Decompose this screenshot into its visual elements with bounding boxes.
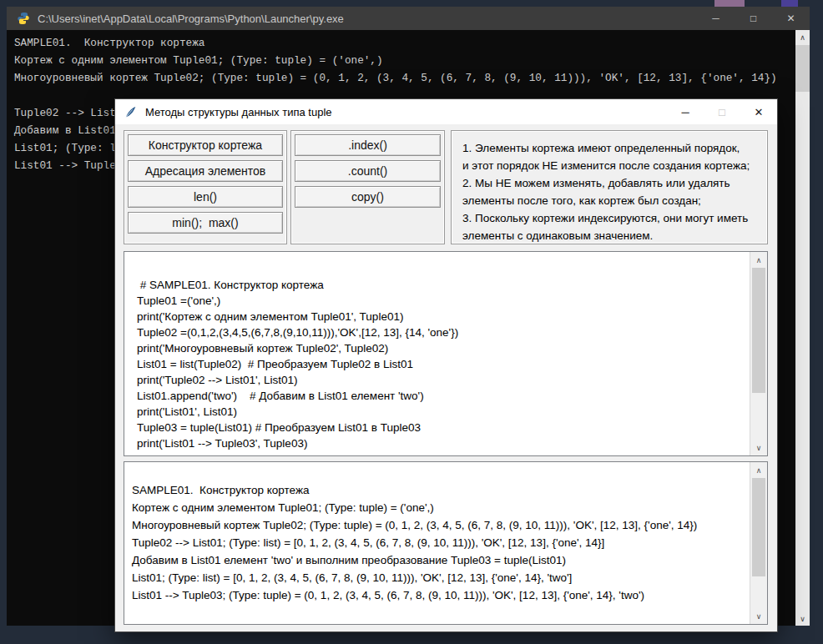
console-scrollbar-thumb[interactable]: [795, 45, 810, 92]
scroll-down-icon[interactable]: ∨: [750, 609, 767, 623]
output-line: SAMPLE01. Конструктор кортежа: [132, 481, 750, 499]
len-button[interactable]: len(): [128, 186, 283, 208]
info-line: элементы с одинаковым значением.: [462, 227, 760, 244]
scroll-up-icon[interactable]: ∧: [750, 463, 767, 477]
dialog-minimize-button[interactable]: ─: [667, 99, 704, 124]
wallpaper-fragment: [781, 0, 798, 7]
output-text-area[interactable]: SAMPLE01. Конструктор кортежаКортеж с од…: [124, 462, 750, 624]
scroll-down-icon[interactable]: ∨: [795, 611, 810, 626]
output-scrollbar-thumb[interactable]: [752, 478, 765, 576]
scroll-up-icon[interactable]: ∧: [750, 253, 767, 267]
count-method-button[interactable]: .count(): [295, 160, 441, 182]
output-line: Кортеж с одним элементом Tuple01; (Type:…: [132, 499, 750, 516]
code-line: List01 = list(Tuple02) # Преобразуем Tup…: [137, 356, 750, 372]
console-scrollbar[interactable]: ∧ ∨: [795, 30, 810, 626]
dialog-window-controls: ─ □ ✕: [667, 99, 777, 124]
code-panel: # SAMPLE01. Конструктор кортежаTuple01 =…: [124, 251, 768, 456]
python-launcher-icon: [17, 12, 30, 25]
dialog-maximize-button[interactable]: □: [704, 99, 740, 124]
dialog-titlebar[interactable]: Методы структуры данных типа tuple ─ □ ✕: [115, 99, 777, 124]
method-buttons-group-left: Конструктор кортежа Адресация элементов …: [124, 130, 287, 244]
output-line: List01 --> Tuple03; (Type: tuple) = (0, …: [132, 586, 750, 604]
scroll-up-icon[interactable]: ∧: [795, 30, 810, 44]
info-line: 1. Элементы кортежа имеют определенный п…: [462, 139, 760, 157]
tuple-constructor-button[interactable]: Конструктор кортежа: [128, 134, 283, 156]
code-line: List01.append('two') # Добавим в List01 …: [137, 388, 750, 404]
code-line: Tuple01 =('one',): [137, 293, 750, 309]
info-line: 3. Поскольку кортежи индексируются, они …: [462, 209, 760, 227]
console-line: Кортеж с одним элементом Tuple01; (Type:…: [14, 52, 795, 69]
tuple-methods-window: Методы структуры данных типа tuple ─ □ ✕…: [114, 98, 778, 632]
code-text-area[interactable]: # SAMPLE01. Конструктор кортежаTuple01 =…: [124, 252, 750, 455]
code-line: print('Многоуровневый кортеж Tuple02', T…: [137, 340, 750, 356]
method-buttons-group-right: .index() .count() copy(): [290, 130, 445, 244]
dialog-close-button[interactable]: ✕: [740, 99, 777, 124]
console-line: Многоуровневый кортеж Tuple02; (Type: tu…: [14, 69, 795, 87]
dialog-body: Конструктор кортежа Адресация элементов …: [115, 124, 777, 631]
console-minimize-button[interactable]: ─: [697, 7, 735, 30]
index-method-button[interactable]: .index(): [295, 134, 441, 156]
code-line: # SAMPLE01. Конструктор кортежа: [137, 277, 750, 293]
console-close-button[interactable]: ✕: [772, 7, 810, 30]
tuple-properties-note: 1. Элементы кортежа имеют определенный п…: [451, 130, 768, 244]
code-scrollbar[interactable]: ∧ ∨: [750, 252, 767, 455]
output-line: Многоуровневый кортеж Tuple02; (Type: tu…: [132, 516, 750, 534]
output-line: Добавим в List01 елемент 'two' и выполни…: [132, 551, 750, 569]
info-line: 2. Мы НЕ можем изменять, добавлять или у…: [462, 174, 760, 192]
output-line: Tuple02 --> List01; (Type: list) = [0, 1…: [132, 534, 750, 551]
output-line: List01; (Type: list) = [0, 1, 2, (3, 4, …: [132, 569, 750, 586]
code-line: print('List01 --> Tuple03', Tuple03): [137, 435, 750, 451]
copy-method-button[interactable]: copy(): [295, 186, 441, 208]
output-panel: SAMPLE01. Конструктор кортежаКортеж с од…: [124, 461, 768, 625]
console-titlebar[interactable]: C:\Users\inet\AppData\Local\Programs\Pyt…: [7, 7, 810, 30]
info-line: и этот порядок НЕ изменится после создан…: [462, 157, 760, 174]
tk-feather-icon: [124, 106, 137, 118]
code-line: print('Кортеж с одним элементом Tuple01'…: [137, 309, 750, 325]
wallpaper-fragment: [714, 0, 745, 7]
scroll-down-icon[interactable]: ∨: [750, 440, 767, 455]
console-line: SAMPLE01. Конструктор кортежа: [14, 34, 795, 52]
desktop: C:\Users\inet\AppData\Local\Programs\Pyt…: [0, 0, 823, 644]
output-scrollbar[interactable]: ∧ ∨: [750, 462, 767, 624]
console-maximize-button[interactable]: □: [735, 7, 772, 30]
info-line: элементы после того, как кортеж был созд…: [462, 192, 760, 209]
code-line: Tuple02 =(0,1,2,(3,4,5,(6,7,8,(9,10,11))…: [137, 325, 750, 340]
code-line: print('List01', List01): [137, 404, 750, 420]
min-max-button[interactable]: min(); max(): [128, 212, 283, 234]
console-title: C:\Users\inet\AppData\Local\Programs\Pyt…: [38, 13, 697, 25]
console-window-controls: ─ □ ✕: [697, 7, 810, 30]
code-line: print('Tuple02 --> List01', List01): [137, 372, 750, 388]
element-addressing-button[interactable]: Адресация элементов: [128, 160, 283, 182]
code-line: Tuple03 = tuple(List01) # Преобразуем Li…: [137, 420, 750, 435]
dialog-title: Методы структуры данных типа tuple: [145, 106, 667, 118]
code-scrollbar-thumb[interactable]: [752, 268, 765, 393]
